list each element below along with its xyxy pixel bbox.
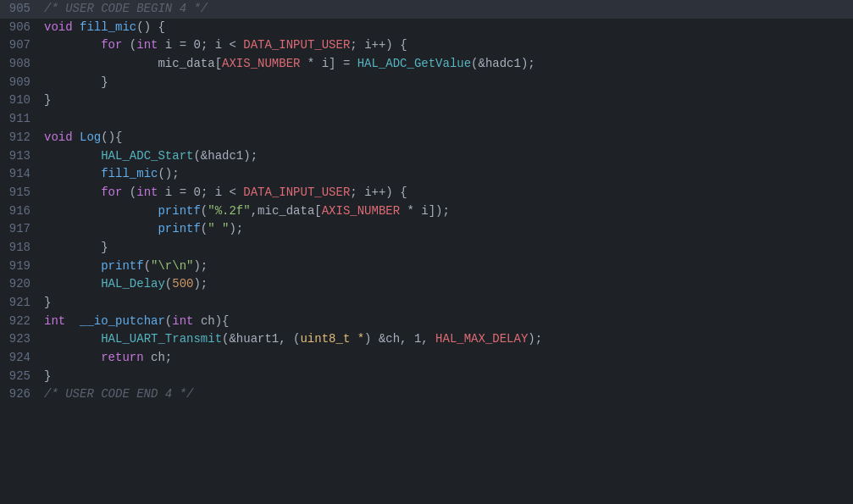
line-content: for (int i = 0; i < DATA_INPUT_USER; i++… <box>44 36 853 55</box>
code-line: 908 mic_data[AXIS_NUMBER * i] = HAL_ADC_… <box>0 55 853 74</box>
line-number: 920 <box>0 275 44 294</box>
code-line: 905/* USER CODE BEGIN 4 */ <box>0 0 853 19</box>
line-number: 919 <box>0 258 44 276</box>
line-content: fill_mic(); <box>44 165 853 184</box>
line-number: 922 <box>0 313 44 331</box>
line-content: HAL_UART_Transmit(&huart1, (uint8_t *) &… <box>44 330 853 349</box>
line-content: /* USER CODE END 4 */ <box>44 385 853 404</box>
code-editor: 905/* USER CODE BEGIN 4 */906void fill_m… <box>0 0 853 504</box>
line-number: 913 <box>0 147 44 166</box>
code-line: 924 return ch; <box>0 349 853 368</box>
code-line: 920 HAL_Delay(500); <box>0 275 853 294</box>
code-line: 917 printf(" "); <box>0 220 853 239</box>
code-line: 916 printf("%.2f",mic_data[AXIS_NUMBER *… <box>0 202 853 221</box>
code-line: 911 <box>0 110 853 129</box>
code-line: 925} <box>0 368 853 386</box>
line-number: 924 <box>0 349 44 368</box>
line-number: 910 <box>0 91 44 110</box>
line-number: 918 <box>0 239 44 258</box>
code-line: 909 } <box>0 74 853 92</box>
line-number: 917 <box>0 220 44 239</box>
line-number: 912 <box>0 129 44 147</box>
line-number: 925 <box>0 368 44 386</box>
code-line: 918 } <box>0 239 853 258</box>
line-content: } <box>44 91 853 110</box>
line-content: } <box>44 74 853 92</box>
line-number: 921 <box>0 294 44 313</box>
code-line: 907 for (int i = 0; i < DATA_INPUT_USER;… <box>0 36 853 55</box>
code-line: 906void fill_mic() { <box>0 19 853 37</box>
code-line: 926/* USER CODE END 4 */ <box>0 385 853 404</box>
line-content: } <box>44 368 853 386</box>
code-line: 922int __io_putchar(int ch){ <box>0 313 853 331</box>
code-line: 915 for (int i = 0; i < DATA_INPUT_USER;… <box>0 184 853 202</box>
code-line: 910} <box>0 91 853 110</box>
code-line: 921} <box>0 294 853 313</box>
line-number: 906 <box>0 19 44 37</box>
code-line: 914 fill_mic(); <box>0 165 853 184</box>
line-content: printf("\r\n"); <box>44 258 853 276</box>
line-content: printf("%.2f",mic_data[AXIS_NUMBER * i])… <box>44 202 853 221</box>
line-content: for (int i = 0; i < DATA_INPUT_USER; i++… <box>44 184 853 202</box>
line-number: 905 <box>0 0 44 19</box>
line-number: 916 <box>0 202 44 221</box>
line-content <box>44 110 853 129</box>
line-number: 909 <box>0 74 44 92</box>
line-number: 926 <box>0 385 44 404</box>
line-number: 914 <box>0 165 44 184</box>
line-content: int __io_putchar(int ch){ <box>44 313 853 331</box>
code-line: 919 printf("\r\n"); <box>0 258 853 276</box>
line-content: return ch; <box>44 349 853 368</box>
code-line: 923 HAL_UART_Transmit(&huart1, (uint8_t … <box>0 330 853 349</box>
line-content: } <box>44 294 853 313</box>
line-content: void Log(){ <box>44 129 853 147</box>
line-content: void fill_mic() { <box>44 19 853 37</box>
line-content: HAL_ADC_Start(&hadc1); <box>44 147 853 166</box>
line-number: 908 <box>0 55 44 74</box>
code-line: 913 HAL_ADC_Start(&hadc1); <box>0 147 853 166</box>
line-content: HAL_Delay(500); <box>44 275 853 294</box>
line-number: 907 <box>0 36 44 55</box>
line-content: mic_data[AXIS_NUMBER * i] = HAL_ADC_GetV… <box>44 55 853 74</box>
code-line: 912void Log(){ <box>0 129 853 147</box>
line-content: } <box>44 239 853 258</box>
line-number: 915 <box>0 184 44 202</box>
line-number: 911 <box>0 110 44 129</box>
line-content: printf(" "); <box>44 220 853 239</box>
line-content: /* USER CODE BEGIN 4 */ <box>44 0 853 19</box>
line-number: 923 <box>0 330 44 349</box>
